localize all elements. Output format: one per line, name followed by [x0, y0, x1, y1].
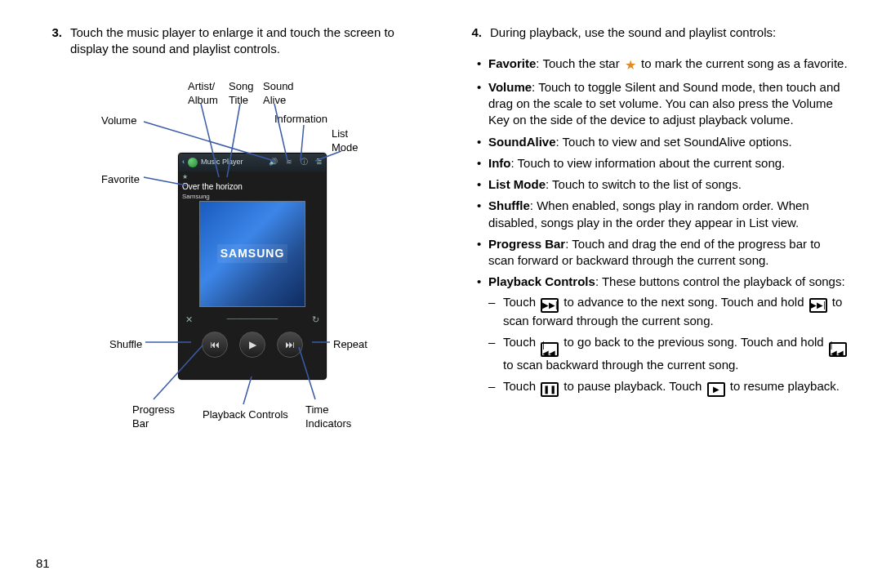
next-track-icon-2: ▶▶|	[809, 298, 827, 313]
player-header: ‹ Music Player 🔊 ≋ ⓘ ≣	[179, 154, 326, 172]
label-artist-album: Artist/ Album	[188, 79, 218, 108]
player-artwork-text: SAMSUNG	[217, 244, 288, 263]
bullet-favorite: Favorite: Touch the star ★ to mark the c…	[477, 56, 849, 74]
prev-track-icon: |◀◀	[541, 342, 559, 357]
bullet-playback: Playback Controls: These buttons control…	[477, 274, 849, 397]
bullet-listmode: List Mode: Touch to switch to the list o…	[477, 176, 849, 193]
player-top-icons: 🔊 ≋ ⓘ ≣	[269, 157, 326, 167]
label-favorite: Favorite	[101, 172, 140, 187]
star-icon: ★	[625, 58, 636, 72]
playback-sub-list: Touch ▶▶| to advance to the next song. T…	[488, 294, 849, 398]
controls-list: Favorite: Touch the star ★ to mark the c…	[452, 56, 849, 402]
step-3-text: Touch the music player to enlarge it and…	[70, 24, 430, 58]
player-diagram: ‹ Music Player 🔊 ≋ ⓘ ≣ ★ Over the horizo…	[96, 76, 366, 452]
label-progress-bar: Progress Bar	[132, 403, 175, 431]
bullet-soundalive: SoundAlive: Touch to view and set SoundA…	[477, 134, 849, 150]
step-3: 3. Touch the music player to enlarge it …	[33, 24, 430, 58]
bullet-shuffle: Shuffle: When enabled, songs play in ran…	[477, 198, 849, 231]
player-song-title: Over the horizon	[182, 181, 323, 193]
repeat-icon: ↻	[312, 314, 319, 326]
list-mode-icon: ≣	[316, 157, 323, 167]
step-4: 4. During playback, use the sound and pl…	[452, 24, 849, 41]
play-button: ▶	[239, 332, 265, 358]
dash-next: Touch ▶▶| to advance to the next song. T…	[488, 294, 849, 329]
dash-prev: Touch |◀◀ to go back to the previous son…	[488, 334, 849, 373]
player-song-area: ★ Over the horizon Samsung	[179, 172, 326, 198]
label-repeat: Repeat	[333, 337, 368, 352]
shuffle-icon: ✕	[185, 314, 193, 326]
svg-line-10	[243, 376, 252, 404]
label-sound-alive: Sound Alive	[263, 79, 294, 108]
next-button: ⏭	[277, 332, 303, 358]
prev-button: ⏮	[202, 332, 228, 358]
label-volume: Volume	[101, 114, 136, 128]
step-4-number: 4.	[452, 24, 490, 41]
page-number: 81	[33, 555, 430, 572]
label-song-title: Song Title	[229, 79, 253, 108]
label-list-mode: List Mode	[332, 127, 359, 155]
player-progress-row: ✕ ─────────── ↻	[179, 314, 326, 326]
music-app-icon	[188, 158, 198, 167]
player-controls: ⏮ ▶ ⏭	[179, 332, 326, 358]
prev-track-icon-2: |◀◀	[829, 342, 847, 357]
step-3-number: 3.	[33, 24, 70, 58]
player-artwork: SAMSUNG	[199, 201, 305, 307]
label-shuffle: Shuffle	[109, 337, 142, 352]
bullet-info: Info: Touch to view information about th…	[477, 155, 849, 172]
step-4-text: During playback, use the sound and playl…	[490, 24, 849, 41]
bullet-progress: Progress Bar: Touch and drag the end of …	[477, 236, 849, 270]
player-phone: ‹ Music Player 🔊 ≋ ⓘ ≣ ★ Over the horizo…	[178, 153, 327, 380]
pause-icon: ❚❚	[541, 382, 559, 397]
next-track-icon: ▶▶|	[541, 298, 559, 313]
info-icon: ⓘ	[301, 157, 308, 167]
player-header-title: Music Player	[201, 157, 243, 167]
dash-pause: Touch ❚❚ to pause playback. Touch ▶ to r…	[488, 378, 849, 397]
label-playback-ctrl: Playback Controls	[203, 408, 288, 422]
back-arrow-icon: ‹	[182, 157, 185, 167]
label-time-ind: Time Indicators	[305, 403, 351, 431]
label-information: Information	[274, 112, 327, 127]
play-icon: ▶	[707, 382, 725, 397]
volume-icon: 🔊	[269, 157, 278, 167]
bullet-volume: Volume: Touch to toggle Silent and Sound…	[477, 79, 849, 129]
soundalive-icon: ≋	[286, 157, 292, 167]
